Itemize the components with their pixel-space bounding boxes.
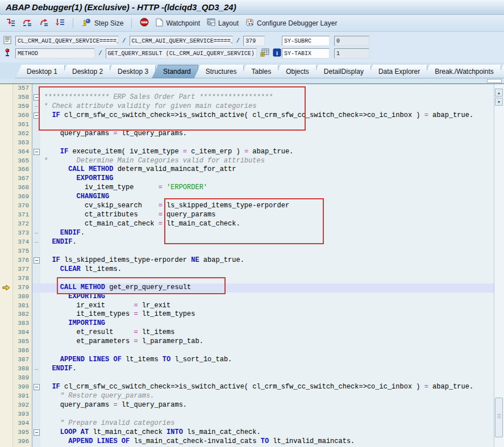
fold-cell[interactable] [32, 148, 40, 157]
tab-standard[interactable]: Standard [152, 65, 198, 78]
step-return-button[interactable] [36, 17, 51, 30]
breakpoint-cell[interactable] [0, 293, 13, 302]
breakpoint-cell[interactable] [0, 356, 13, 365]
code-line[interactable]: APPEND LINES OF ls_main_cat_check-invali… [40, 437, 494, 446]
sy-tabix-label-field[interactable]: SY-TABIX [282, 48, 330, 59]
code-line[interactable] [40, 84, 494, 93]
code-line[interactable]: EXPORTING [40, 293, 494, 302]
include-field[interactable]: CL_CRM_AUI_QUERY_SERVICE=====_ [130, 36, 233, 46]
configure-debugger-layer-button[interactable]: Configure Debugger Layer [243, 17, 339, 30]
code-line[interactable]: it_item_types = lt_item_types [40, 310, 494, 319]
breakpoint-cell[interactable] [0, 183, 13, 193]
fold-collapse-icon[interactable] [34, 112, 40, 119]
main-program-field[interactable]: CL_CRM_AUI_QUERY_SERVICE=====_ [15, 36, 119, 46]
line-number-field[interactable]: 379 [243, 36, 265, 46]
breakpoint-cell[interactable] [0, 283, 13, 293]
code-line[interactable]: et_parameters = l_paramerp_tab. [40, 337, 494, 346]
breakpoint-cell[interactable] [0, 437, 13, 446]
code-line[interactable]: iv_item_type = 'ERPORDER' [40, 183, 494, 193]
breakpoint-cell[interactable] [0, 120, 13, 129]
code-line[interactable]: query_params = lt_query_params. [40, 401, 494, 410]
scroll-up-button[interactable]: ▲ [495, 89, 503, 97]
step-continue-button[interactable] [53, 17, 67, 30]
breakpoint-cell[interactable] [0, 211, 13, 220]
tab-break-watchpoints[interactable]: Break./Watchpoints [423, 65, 501, 78]
breakpoint-cell[interactable] [0, 374, 13, 383]
breakpoint-cell[interactable] [0, 111, 13, 120]
breakpoint-cell[interactable] [0, 274, 13, 283]
breakpoint-cell[interactable] [0, 193, 13, 202]
breakpoint-cell[interactable] [0, 139, 13, 148]
breakpoint-cell[interactable] [0, 265, 13, 274]
code-line[interactable]: ENDIF. [40, 365, 494, 374]
tab-data-explorer[interactable]: Data Explorer [367, 65, 427, 78]
fold-cell[interactable] [32, 256, 40, 265]
code-line[interactable]: APPEND LINES OF lt_items TO l_sort_1o_ta… [40, 356, 494, 365]
fold-collapse-icon[interactable] [34, 149, 40, 155]
code-line[interactable]: IF ls_skipped_items_type-erporder NE aba… [40, 256, 494, 265]
code-line[interactable] [40, 120, 494, 129]
breakpoint-cell[interactable] [0, 247, 13, 256]
breakpoint-cell[interactable] [0, 165, 13, 174]
code-line[interactable] [40, 346, 494, 356]
breakpoint-cell[interactable] [0, 410, 13, 419]
tab-objects[interactable]: Objects [274, 65, 316, 78]
breakpoint-cell[interactable] [0, 392, 13, 401]
breakpoint-cell[interactable] [0, 346, 13, 356]
code-line[interactable] [40, 247, 494, 256]
fold-collapse-icon[interactable] [34, 384, 40, 390]
fold-cell[interactable] [32, 428, 40, 437]
vertical-scrollbar[interactable]: ▲ ▼ [494, 84, 504, 447]
breakpoint-cell[interactable] [0, 102, 13, 111]
code-line[interactable]: ir_exit = lr_exit [40, 302, 494, 311]
breakpoint-cell[interactable] [0, 229, 13, 238]
tab-structures[interactable]: Structures [194, 65, 244, 78]
code-line[interactable]: ENDIF. [40, 229, 494, 238]
event-type-field[interactable]: METHOD [15, 48, 95, 59]
step-into-button[interactable] [3, 17, 18, 30]
code-line[interactable] [40, 139, 494, 148]
code-line[interactable]: * Determine Main Categories valid for at… [40, 157, 494, 166]
code-line[interactable]: IMPORTING [40, 319, 494, 328]
breakpoint-cell[interactable] [0, 302, 13, 311]
breakpoint-cell[interactable] [0, 84, 13, 93]
breakpoint-cell[interactable] [0, 365, 13, 374]
tab-detaildisplay[interactable]: DetailDisplay [313, 65, 371, 78]
breakpoint-cell[interactable] [0, 148, 13, 157]
code-line[interactable]: ct_attributes = query_params [40, 211, 494, 220]
sy-tabix-value-field[interactable]: 1 [334, 48, 369, 59]
breakpoint-cell[interactable] [0, 319, 13, 328]
code-line[interactable]: LOOP AT lt_main_cat_check INTO ls_main_c… [40, 428, 494, 437]
step-size-button[interactable]: Step Size [79, 17, 126, 30]
code-line[interactable]: **************** ERP Sales Order Part **… [40, 93, 494, 102]
table-add-icon[interactable] [260, 48, 269, 59]
code-line[interactable]: CHANGING [40, 193, 494, 202]
sy-subrc-label-field[interactable]: SY-SUBRC [282, 36, 330, 46]
code-line[interactable]: CLEAR lt_items. [40, 265, 494, 274]
tab-desktop-1[interactable]: Desktop 1 [15, 65, 65, 78]
fold-cell[interactable] [32, 111, 40, 120]
breakpoint-cell[interactable] [0, 174, 13, 183]
fold-cell[interactable] [32, 383, 40, 392]
breakpoint-cell[interactable] [0, 428, 13, 437]
scroll-down-button[interactable]: ▼ [495, 98, 503, 106]
code-line[interactable]: CALL METHOD get_erp_query_result [40, 283, 494, 293]
code-line[interactable]: " Restore query_params. [40, 392, 494, 401]
breakpoint-cell[interactable] [0, 383, 13, 392]
breakpoint-cell[interactable] [0, 220, 13, 229]
tab-desktop-3[interactable]: Desktop 3 [106, 65, 156, 78]
breakpoint-cell[interactable] [0, 93, 13, 102]
sy-subrc-value-field[interactable]: 0 [334, 36, 369, 46]
breakpoint-cell[interactable] [0, 238, 13, 247]
code-line[interactable]: " Prepare invalid categories [40, 419, 494, 428]
fold-collapse-icon[interactable] [34, 257, 40, 264]
code-line[interactable]: * Check attribute validity for given mai… [40, 102, 494, 111]
code-line[interactable]: IF execute_item( iv_item_type = c_item_e… [40, 148, 494, 157]
code-line[interactable]: IF cl_crm_sfw_cc_switch_check=>is_switch… [40, 111, 494, 120]
breakpoint-cell[interactable] [0, 129, 13, 139]
code-line[interactable]: query_params = lt_query_params. [40, 129, 494, 139]
breakpoint-stop-button[interactable]: STOP [138, 16, 151, 30]
code-line[interactable]: ct_main_cat_check = lt_main_cat_check. [40, 220, 494, 229]
breakpoint-cell[interactable] [0, 337, 13, 346]
watchpoint-button[interactable]: Watchpoint [153, 17, 202, 30]
